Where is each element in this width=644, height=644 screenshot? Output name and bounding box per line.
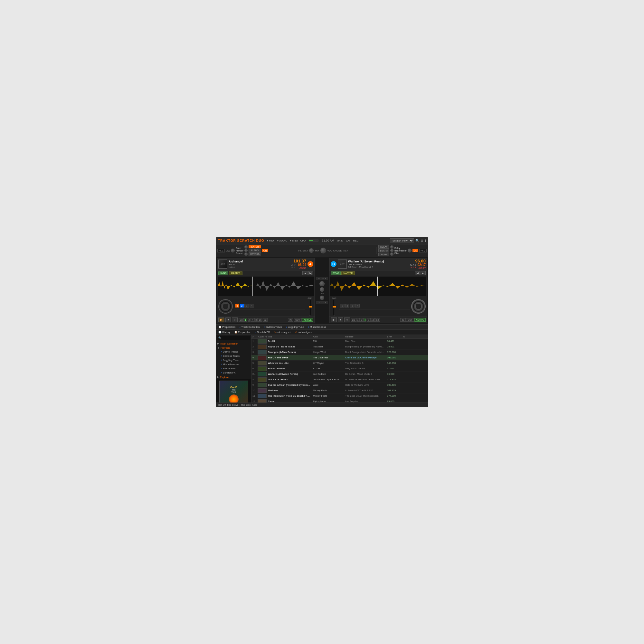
sidebar-scratch-fx[interactable]: ♪ Scratch FX: [216, 371, 251, 375]
fx2-knob-main[interactable]: [408, 249, 412, 252]
track-row[interactable]: 11 The Inspiration (Prod By. Black Frida…: [251, 393, 428, 399]
deck-b-sync-btn[interactable]: SYNC: [331, 271, 341, 275]
track-row[interactable]: 5 Whoever You Like Lil' Wayne The Dedica…: [251, 361, 428, 366]
deck-b-prev-btn[interactable]: |◀: [415, 271, 420, 275]
info-icon[interactable]: ℹ: [425, 239, 426, 242]
deck-b-rec-btn[interactable]: ○: [344, 317, 350, 322]
sidebar-explorer-item[interactable]: ▶ Explorer: [216, 375, 251, 379]
deck-b-gain-slider[interactable]: [333, 300, 335, 316]
fx1-on-btn[interactable]: ON: [262, 249, 268, 252]
fx2-delay-btn[interactable]: DELAY: [378, 245, 389, 249]
cross-knob1[interactable]: [319, 281, 325, 286]
breadcrumb-preparation[interactable]: 📋 Preparation: [217, 325, 236, 329]
cross-knob2[interactable]: [320, 287, 324, 292]
deck-b-loop-16[interactable]: 16: [370, 318, 375, 322]
deck-b-loop-8[interactable]: 8: [367, 318, 370, 322]
fx1-reverb-btn[interactable]: REVERB: [249, 252, 261, 256]
sidebar-preparation[interactable]: ♪ Preparation: [216, 366, 251, 371]
track-row[interactable]: 2 Royce 5'9 - Done Talkin Trackstar Boog…: [251, 344, 428, 350]
breadcrumb-juggling-tune[interactable]: ♪ Juggling Tune: [285, 325, 305, 329]
track-row[interactable]: 6 Hustin' Hustler A-Trak Dirty South Dan…: [251, 366, 428, 372]
fx2-filtr-btn[interactable]: FILTR: [378, 253, 389, 256]
main-filter-knob[interactable]: [309, 248, 314, 253]
deck-b-master-btn[interactable]: MASTER: [341, 271, 355, 275]
sidebar-endless-tones[interactable]: ♪ Endless Tones: [216, 354, 251, 358]
breadcrumb-history[interactable]: 🕐 History: [217, 330, 231, 334]
deck-b-loop-4[interactable]: 4: [363, 318, 366, 322]
track-row[interactable]: 3 Stronger (A-Trak Remix) Kanye West Bur…: [251, 350, 428, 355]
deck-b-loop-2[interactable]: 2: [360, 318, 363, 322]
breadcrumb-scratch-fx[interactable]: ♪ Scratch FX: [254, 330, 271, 334]
breadcrumb-not-assigned1[interactable]: ⚠ not assigned: [273, 330, 292, 334]
sidebar-juggling-tune[interactable]: ♪ Juggling Tune: [216, 358, 251, 362]
main-mix-knob[interactable]: [320, 248, 326, 253]
sidebar-playlists-item[interactable]: ▼ Playlists: [216, 346, 251, 350]
deck-a-cue1[interactable]: 1: [235, 304, 239, 308]
fx1-reverb-knob[interactable]: [244, 252, 248, 256]
deck-b-cue1[interactable]: 1: [340, 304, 345, 308]
cross-knob3[interactable]: [320, 296, 324, 300]
deck-b-next-btn[interactable]: ▶|: [421, 271, 426, 275]
deck-a-cue4[interactable]: 4: [250, 304, 254, 308]
sidebar-miscellaneous[interactable]: ♪ Miscellaneous: [216, 362, 251, 366]
deck-b-play-btn[interactable]: ▶: [331, 317, 337, 322]
breadcrumb-miscellaneous[interactable]: ♪ Miscellaneous: [307, 325, 327, 329]
deck-b-out-btn[interactable]: OUT: [406, 318, 414, 322]
deck-a-prev-btn[interactable]: |◀: [302, 271, 308, 275]
settings-icon[interactable]: ⚙: [421, 239, 423, 242]
track-row[interactable]: 4 Hot Off The Stove The Cool Kids Creme …: [251, 355, 428, 361]
deck-a-loop-4[interactable]: 4: [251, 318, 254, 322]
deck-b-loop-1[interactable]: 1: [356, 318, 360, 322]
track-row[interactable]: 10 Madman Mickey Factz In Search Of The …: [251, 388, 428, 393]
deck-a-cue2[interactable]: 2: [240, 304, 244, 308]
deck-a-cue3[interactable]: 3: [244, 304, 249, 308]
deck-a-cue-btn[interactable]: ●: [225, 317, 231, 322]
track-row[interactable]: 12 Camel Flying Lotus Los Angeles 85.003: [251, 399, 428, 403]
deck-a-rec-btn[interactable]: ○: [232, 317, 237, 322]
filter-b-btn[interactable]: FILTER B: [317, 301, 327, 304]
deck-a-play-btn[interactable]: ▶: [218, 317, 224, 322]
track-row[interactable]: 8 D.A.N.C.E. Remix Justice feat. Spank R…: [251, 377, 428, 383]
fx2-beatm-knob[interactable]: [390, 249, 393, 252]
deck-a-master-btn[interactable]: MASTER: [229, 271, 242, 275]
deck-a-sync-btn[interactable]: SYNC: [218, 271, 228, 275]
filter-a-btn[interactable]: FILTER A: [317, 277, 327, 280]
track-row[interactable]: 9 Cuz I'm African (Produced By Osinachi)…: [251, 383, 428, 388]
deck-a-next-btn[interactable]: ▶|: [308, 271, 313, 275]
breadcrumb-not-assigned2[interactable]: ⚠ not assigned: [294, 330, 313, 334]
search-input[interactable]: [217, 336, 250, 340]
fx2-filtr-knob[interactable]: [390, 252, 393, 256]
deck-b-turntable[interactable]: [411, 299, 426, 314]
fx2-on-btn[interactable]: ON: [412, 249, 419, 252]
deck-b-cue2[interactable]: 2: [345, 304, 350, 308]
deck-a-loop-8[interactable]: 8: [254, 318, 258, 322]
deck-a-loop-1-2[interactable]: 1/2: [239, 318, 244, 322]
fx1-knob1[interactable]: [231, 249, 235, 252]
deck-b-cue3[interactable]: 3: [350, 304, 355, 308]
track-row[interactable]: 1 Feel It FKi Blue Steel 68.471: [251, 339, 428, 344]
deck-a-loop-1[interactable]: 1: [244, 318, 247, 322]
sidebar-track-collection-item[interactable]: ▶ Track Collection: [216, 341, 251, 346]
fx1-gater-knob[interactable]: [244, 245, 248, 249]
sidebar-demo-tracks[interactable]: ♪ Demo Tracks: [216, 350, 251, 354]
track-row[interactable]: B 7 Warfare (Al Sween Remix) Joe Budden …: [251, 372, 428, 377]
breadcrumb-track-collection[interactable]: ♪ Track Collection: [238, 325, 260, 329]
deck-a-turntable[interactable]: [218, 299, 233, 314]
fx1-flanger-knob[interactable]: [244, 249, 248, 252]
deck-b-cue-btn[interactable]: ●: [338, 317, 343, 322]
fx1-flanger-btn[interactable]: FLANG: [249, 249, 261, 252]
search-icon[interactable]: 🔍: [415, 239, 419, 242]
deck-a-gain-slider[interactable]: [309, 300, 311, 316]
deck-a-in-btn[interactable]: IN: [288, 318, 293, 322]
deck-b-loop-1-2[interactable]: 1/2: [351, 318, 356, 322]
fx2-delay-knob[interactable]: [390, 245, 393, 249]
fx2-beatm-btn[interactable]: BEATM: [378, 249, 389, 252]
deck-b-in-btn[interactable]: IN: [400, 318, 406, 322]
deck-a-loop-s2[interactable]: S2: [263, 318, 268, 322]
deck-b-loop-s2[interactable]: S2: [375, 318, 380, 322]
deck-a-loop-16[interactable]: 16: [258, 318, 262, 322]
fx1-gater-btn[interactable]: GATER: [249, 245, 261, 248]
breadcrumb-endless-tones[interactable]: ♪ Endless Tones: [262, 325, 283, 329]
breadcrumb-preparation2[interactable]: 📋 Preparation: [233, 330, 252, 334]
deck-b-cue4[interactable]: 4: [355, 304, 360, 308]
